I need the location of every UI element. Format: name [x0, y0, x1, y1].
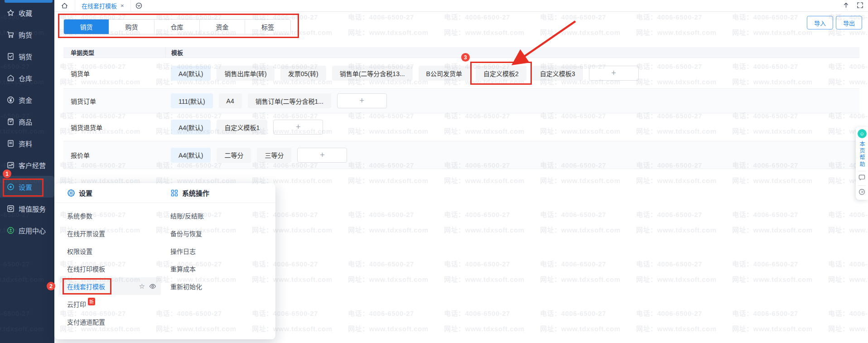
eye-icon[interactable] — [149, 283, 156, 290]
add-template-button[interactable]: + — [337, 93, 387, 108]
system-ops-menu-item-备份与恢复[interactable]: 备份与恢复 — [170, 224, 275, 242]
settings-menu-item-权限设置[interactable]: 权限设置 — [67, 242, 170, 260]
settings-menu-item-在线套打模板[interactable]: 在线套打模板 ☆ 2 — [59, 277, 161, 295]
watermark-text: 网址：www.tdxsoft.com — [444, 175, 525, 185]
system-ops-menu-item-重算成本[interactable]: 重算成本 — [170, 260, 275, 277]
export-button[interactable]: 导出 — [836, 16, 862, 29]
table-row-销货单: 销货单A4(默认)销售出库单(转)发票05(转)销售单(二等分含税13...B公… — [63, 58, 859, 89]
template-chip-A4(默认)[interactable]: A4(默认) — [171, 66, 211, 81]
module-tabs: 销货购货仓库资金标签 — [63, 19, 291, 34]
sidebar-item-label: 客户经营 — [19, 160, 46, 170]
menu-item-label: 在线套打模板 — [67, 282, 105, 291]
sidebar-item-销货[interactable]: 销货 — [0, 45, 54, 67]
system-ops-menu-item-重新初始化[interactable]: 重新初始化 — [170, 277, 275, 295]
watermark-text: 电话：4006-6500-27 — [444, 259, 510, 268]
template-chip-销售出库单(转)[interactable]: 销售出库单(转) — [217, 66, 274, 81]
watermark-text: 网址：www.tdxsoft.com — [636, 225, 717, 234]
sidebar-item-资金[interactable]: 资金 — [0, 89, 54, 111]
watermark-text: 电话：4006-6500-27 — [636, 259, 702, 268]
settings-menu-item-系统参数[interactable]: 系统参数 — [67, 207, 170, 224]
settings-menu-item-在线开票设置[interactable]: 在线开票设置 — [67, 224, 170, 242]
template-chip-B公司发货单[interactable]: B公司发货单 — [419, 66, 470, 81]
feedback-chat-icon[interactable] — [858, 174, 865, 183]
add-template-button[interactable]: + — [273, 120, 323, 135]
template-chip-销售订单(二等分含税1...[interactable]: 销售订单(二等分含税1... — [248, 93, 331, 108]
add-template-button[interactable]: + — [297, 148, 347, 163]
home-tab-button[interactable] — [54, 0, 75, 11]
doc-type-label: 销货订单 — [63, 97, 165, 106]
sidebar-item-商品[interactable]: 商品 — [0, 111, 54, 132]
watermark-text: 电话：4006-6500-27 — [540, 12, 606, 21]
watermark-text: 网址：www.tdxsoft.com — [348, 175, 429, 185]
system-ops-menu-item-结账/反结账[interactable]: 结账/反结账 — [170, 207, 275, 224]
sidebar-item-应用中心[interactable]: 应用中心 — [0, 219, 54, 241]
tab-title: 在线套打模板 — [82, 1, 117, 10]
watermark-text: 网址：www.tdxsoft.com — [828, 324, 868, 333]
template-chip-A4(默认)[interactable]: A4(默认) — [171, 120, 211, 135]
sidebar-item-资料[interactable]: 资料 — [0, 132, 54, 154]
template-chip-发票05(转)[interactable]: 发票05(转) — [280, 66, 326, 81]
scroll-top-icon[interactable] — [843, 2, 849, 9]
watermark-text: 网址：www.tdxsoft.com — [348, 274, 429, 284]
favorite-star-icon[interactable]: ☆ — [139, 282, 145, 290]
settings-menu-item-在线打印模板[interactable]: 在线打印模板 — [67, 260, 170, 277]
tab-strip: 在线套打模板 × — [54, 0, 868, 12]
grid-icon — [170, 189, 178, 197]
import-button[interactable]: 导入 — [807, 16, 833, 29]
watermark-text: 电话：4006-6500-27 — [636, 308, 702, 318]
annotation-arrow — [494, 16, 580, 72]
file-icon — [7, 140, 14, 147]
sidebar-item-label: 资金 — [19, 95, 32, 105]
watermark-text: 网址：www.tdxsoft.com — [540, 225, 621, 234]
watermark-text: 电话：4006-6500-27 — [540, 209, 606, 219]
popup-system-ops-title: 系统操作 — [182, 188, 209, 198]
watermark-text: 网址：www.tdxsoft.com — [444, 225, 525, 234]
watermark-text: 电话：4006-6500-27 — [732, 308, 798, 318]
template-chip-自定义模板1[interactable]: 自定义模板1 — [217, 120, 267, 135]
template-chip-111(默认)[interactable]: 111(默认) — [171, 93, 213, 108]
watermark-text: 电话：4006-6500-27 — [348, 12, 414, 21]
tab-online-print-template[interactable]: 在线套打模板 × — [75, 0, 131, 11]
sidebar-item-收藏[interactable]: 收藏 — [0, 2, 54, 24]
watermark-text: 电话：4006-6500-27 — [828, 308, 868, 318]
sidebar-item-购货[interactable]: 购货 — [0, 24, 54, 45]
module-tab-资金[interactable]: 资金 — [200, 19, 245, 34]
watermark-text: 电话：4006-6500-27 — [444, 209, 510, 219]
menu-item-label: 系统参数 — [67, 211, 92, 220]
page-help-button[interactable]: 本页帮助 — [858, 141, 866, 168]
settings-popup: 设置 系统操作 系统参数在线开票设置权限设置在线打印模板在线套打模板 ☆ 2云打… — [54, 183, 275, 339]
template-chip-销售单(二等分含税13...[interactable]: 销售单(二等分含税13... — [332, 66, 413, 81]
system-ops-menu-item-操作日志[interactable]: 操作日志 — [170, 242, 275, 260]
template-chip-A4(默认)[interactable]: A4(默认) — [171, 148, 211, 163]
fullscreen-icon[interactable] — [857, 2, 863, 9]
add-template-button[interactable]: + — [589, 66, 639, 81]
sidebar-item-label: 购货 — [19, 30, 32, 39]
collapse-arrow-icon[interactable] — [858, 188, 865, 197]
module-tab-标签[interactable]: 标签 — [245, 19, 290, 34]
template-chip-自定义模板3[interactable]: 自定义模板3 — [532, 66, 583, 81]
sidebar-item-设置[interactable]: 设置 — [0, 176, 54, 198]
menu-item-label: 在线打印模板 — [67, 264, 105, 273]
watermark-text: 电话：4006-6500-27 — [444, 12, 510, 21]
customer-service-icon[interactable]: ☺ — [858, 129, 867, 138]
sidebar-item-label: 设置 — [19, 182, 32, 192]
menu-item-label: 重算成本 — [170, 264, 196, 273]
watermark-text: 电话：4006-6500-27 — [732, 209, 798, 219]
help-widget: ☺ 本页帮助 — [856, 127, 868, 200]
sidebar-item-仓库[interactable]: 仓库 — [0, 67, 54, 89]
tab-list-dropdown-button[interactable] — [135, 2, 142, 9]
template-chip-三等分[interactable]: 三等分 — [257, 148, 291, 163]
template-chip-二等分[interactable]: 二等分 — [217, 148, 251, 163]
settings-menu-item-支付通道配置[interactable]: 支付通道配置 — [67, 313, 170, 330]
sidebar-item-label: 应用中心 — [19, 226, 46, 235]
template-chip-A4[interactable]: A4 — [219, 93, 242, 108]
sidebar-item-客户经营[interactable]: 客户经营 — [0, 154, 54, 176]
module-tab-仓库[interactable]: 仓库 — [154, 19, 200, 34]
template-chip-自定义模板2[interactable]: 自定义模板2 — [476, 66, 526, 81]
tab-close-icon[interactable]: × — [121, 2, 124, 9]
settings-menu-item-云打印[interactable]: 云打印新 — [67, 295, 170, 313]
sidebar-item-增值服务[interactable]: 增值服务 — [0, 198, 54, 219]
popup-settings-title: 设置 — [79, 188, 92, 198]
module-tab-购货[interactable]: 购货 — [109, 19, 154, 34]
module-tab-销货[interactable]: 销货 — [64, 19, 109, 34]
